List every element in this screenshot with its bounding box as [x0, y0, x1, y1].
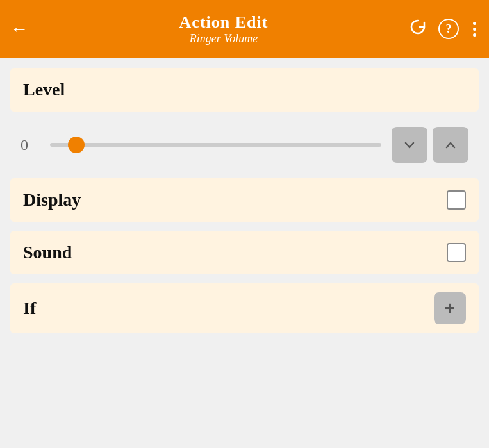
slider-background: [50, 143, 381, 147]
back-button[interactable]: ←: [10, 19, 28, 39]
if-section: If +: [10, 283, 479, 333]
slider-decrement-button[interactable]: [392, 127, 427, 163]
level-label: Level: [23, 79, 65, 100]
display-section: Display: [10, 178, 479, 222]
slider-track[interactable]: [50, 142, 381, 148]
if-add-button[interactable]: +: [434, 292, 466, 324]
reset-icon[interactable]: [409, 18, 427, 40]
header-icons: ?: [409, 18, 479, 40]
slider-increment-button[interactable]: [433, 127, 468, 163]
header: ← Action Edit Ringer Volume ?: [0, 0, 489, 58]
more-icon[interactable]: [470, 19, 479, 39]
slider-buttons: [392, 127, 468, 163]
slider-value: 0: [21, 137, 40, 154]
header-title-group: Action Edit Ringer Volume: [38, 13, 409, 46]
page-subtitle: Ringer Volume: [190, 32, 258, 46]
sound-label: Sound: [23, 242, 72, 263]
help-icon[interactable]: ?: [438, 19, 459, 39]
slider-area: 0: [10, 120, 479, 169]
level-section: Level: [10, 68, 479, 112]
sound-section: Sound: [10, 231, 479, 274]
content-area: Level 0 Display Sound: [0, 58, 489, 448]
slider-thumb[interactable]: [68, 137, 85, 153]
page-title: Action Edit: [179, 13, 269, 32]
display-label: Display: [23, 190, 81, 210]
sound-checkbox[interactable]: [447, 243, 466, 262]
display-checkbox[interactable]: [447, 190, 466, 210]
if-label: If: [23, 298, 36, 319]
